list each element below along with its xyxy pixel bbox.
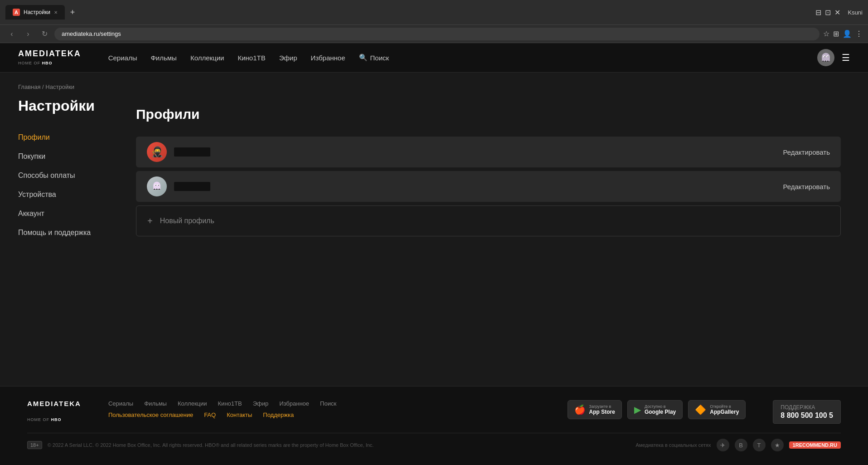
support-label: ПОДДЕРЖКА <box>781 404 833 411</box>
nav-collections[interactable]: Коллекции <box>190 54 224 62</box>
google-play-text: Доступно в Google Play <box>645 404 676 415</box>
footer-nav-favorites[interactable]: Избранное <box>279 400 309 407</box>
footer-nav-efir[interactable]: Эфир <box>253 400 269 407</box>
google-play-name: Google Play <box>645 409 676 415</box>
profile-menu-button[interactable]: 👤 <box>843 29 852 38</box>
address-input[interactable] <box>54 28 820 40</box>
nav-search[interactable]: 🔍 Поиск <box>359 54 389 62</box>
reload-button[interactable]: ↻ <box>38 28 51 40</box>
more-options-button[interactable]: ⋮ <box>855 29 863 38</box>
ghost-profile-icon <box>150 180 163 193</box>
profile-row-1[interactable]: 🥷 Редактировать <box>136 137 841 167</box>
close-button[interactable]: ✕ <box>834 8 840 17</box>
new-tab-button[interactable]: + <box>67 6 79 19</box>
footer-nav-collections[interactable]: Коллекции <box>178 400 207 407</box>
footer-bottom-right: Амедиатека в социальных сетях ✈ В T ★ 1R… <box>635 439 841 451</box>
sidebar: Настройки Профили Покупки Способы оплаты… <box>0 98 127 370</box>
browser-actions: ☆ ⊞ 👤 ⋮ <box>823 29 863 38</box>
site-logo[interactable]: AMEDIATEKA HOME OF HBO <box>18 49 81 66</box>
bookmark-button[interactable]: ☆ <box>823 29 829 38</box>
recommend-badge: 1RECOMMEND.RU <box>789 441 841 449</box>
app-gallery-label-top: Откройте в <box>710 404 739 409</box>
sidebar-item-payment[interactable]: Способы оплаты <box>18 167 109 184</box>
svg-point-10 <box>155 185 156 186</box>
footer-bottom-left: 18+ © 2022 A Serial LLC. © 2022 Home Box… <box>27 441 373 449</box>
address-bar-row: ‹ › ↻ ☆ ⊞ 👤 ⋮ <box>0 25 868 43</box>
sidebar-menu: Профили Покупки Способы оплаты Устройств… <box>18 129 109 241</box>
nav-series[interactable]: Сериалы <box>108 54 137 62</box>
ghost-icon <box>820 51 832 64</box>
ok-icon[interactable]: ★ <box>771 439 784 451</box>
breadcrumb-home[interactable]: Главная <box>18 83 40 90</box>
minimize-button[interactable]: ⊟ <box>815 8 821 17</box>
twitter-icon[interactable]: T <box>753 439 766 451</box>
footer-nav-kino1tv[interactable]: Кино1ТВ <box>218 400 242 407</box>
logo-text: AMEDIATEKA <box>18 49 81 59</box>
profile-row-2[interactable]: Редактировать <box>136 171 841 202</box>
footer-nav-col: Сериалы Фильмы Коллекции Кино1ТВ Эфир Из… <box>108 400 540 418</box>
support-block: ПОДДЕРЖКА 8 800 500 100 5 <box>773 400 841 424</box>
social-label: Амедиатека в социальных сетях <box>635 442 711 448</box>
tab-close-btn[interactable]: ✕ <box>54 10 58 15</box>
active-tab[interactable]: A Настройки ✕ <box>5 5 65 20</box>
browser-user-label: Ksuni <box>848 9 863 16</box>
footer-logo-text: AMEDIATEKA <box>27 400 81 408</box>
sidebar-item-account[interactable]: Аккаунт <box>18 205 109 222</box>
footer-nav-series[interactable]: Сериалы <box>108 400 133 407</box>
settings-page-title: Настройки <box>18 98 109 114</box>
main-content: Настройки Профили Покупки Способы оплаты… <box>0 98 868 370</box>
sidebar-item-devices[interactable]: Устройства <box>18 186 109 203</box>
profile-1-icon: 🥷 <box>151 146 163 158</box>
footer-stores: 🍎 Загрузите в App Store ▶ Доступно в Goo… <box>567 400 746 419</box>
tab-favicon: A <box>13 9 20 16</box>
hamburger-button[interactable]: ☰ <box>842 52 850 63</box>
google-play-label-top: Доступно в <box>645 404 676 409</box>
nav-kino1tv[interactable]: Кино1ТВ <box>238 54 265 62</box>
restore-button[interactable]: ⊡ <box>825 8 831 17</box>
profile-2-edit-button[interactable]: Редактировать <box>783 183 830 191</box>
content-area: Профили 🥷 Редактировать <box>127 98 868 370</box>
sidebar-item-purchases[interactable]: Покупки <box>18 148 109 165</box>
vk-icon[interactable]: В <box>735 439 747 451</box>
telegram-icon[interactable]: ✈ <box>717 439 729 451</box>
footer-contacts[interactable]: Контакты <box>227 411 252 418</box>
footer-top: AMEDIATEKA HOME OF HBO Сериалы Фильмы Ко… <box>27 400 841 424</box>
extensions-button[interactable]: ⊞ <box>833 29 839 38</box>
app-gallery-button[interactable]: 🔶 Откройте в AppGallery <box>688 400 746 419</box>
app-store-label-top: Загрузите в <box>589 404 615 409</box>
footer-faq[interactable]: FAQ <box>204 411 216 418</box>
app-gallery-name: AppGallery <box>710 409 739 415</box>
footer-bottom: 18+ © 2022 A Serial LLC. © 2022 Home Box… <box>27 433 841 451</box>
nav-favorites[interactable]: Избранное <box>311 54 345 62</box>
google-play-icon: ▶ <box>634 404 641 415</box>
footer-support-link[interactable]: Поддержка <box>263 411 294 418</box>
apple-icon: 🍎 <box>574 404 586 415</box>
nav-efir[interactable]: Эфир <box>279 54 297 62</box>
browser-chrome: A Настройки ✕ + ⊟ ⊡ ✕ Ksuni <box>0 0 868 25</box>
new-profile-row[interactable]: + Новый профиль <box>136 206 841 236</box>
app-store-button[interactable]: 🍎 Загрузите в App Store <box>567 400 622 419</box>
logo-sub: HOME OF HBO <box>18 61 53 65</box>
user-avatar[interactable] <box>817 49 834 66</box>
new-profile-label: Новый профиль <box>160 217 214 225</box>
footer-copyright: © 2022 A Serial LLC. © 2022 Home Box Off… <box>48 442 374 448</box>
app-gallery-icon: 🔶 <box>695 404 706 415</box>
footer-user-agreement[interactable]: Пользовательское соглашение <box>108 411 193 418</box>
nav-movies[interactable]: Фильмы <box>150 54 176 62</box>
app-gallery-text: Откройте в AppGallery <box>710 404 739 415</box>
footer-nav-movies[interactable]: Фильмы <box>144 400 167 407</box>
breadcrumb-area: Главная / Настройки <box>0 73 868 98</box>
forward-button[interactable]: › <box>22 28 34 40</box>
breadcrumb-current: Настройки <box>45 83 74 90</box>
google-play-button[interactable]: ▶ Доступно в Google Play <box>627 400 683 419</box>
sidebar-item-profiles[interactable]: Профили <box>18 129 109 146</box>
main-nav: Сериалы Фильмы Коллекции Кино1ТВ Эфир Из… <box>108 54 817 62</box>
support-phone: 8 800 500 100 5 <box>781 411 833 420</box>
profile-1-edit-button[interactable]: Редактировать <box>783 148 830 156</box>
back-button[interactable]: ‹ <box>5 28 18 40</box>
tab-title: Настройки <box>24 9 50 15</box>
sidebar-item-support[interactable]: Помощь и поддержка <box>18 224 109 241</box>
age-badge: 18+ <box>27 441 42 449</box>
svg-point-4 <box>824 56 825 57</box>
footer-nav-search[interactable]: Поиск <box>320 400 336 407</box>
